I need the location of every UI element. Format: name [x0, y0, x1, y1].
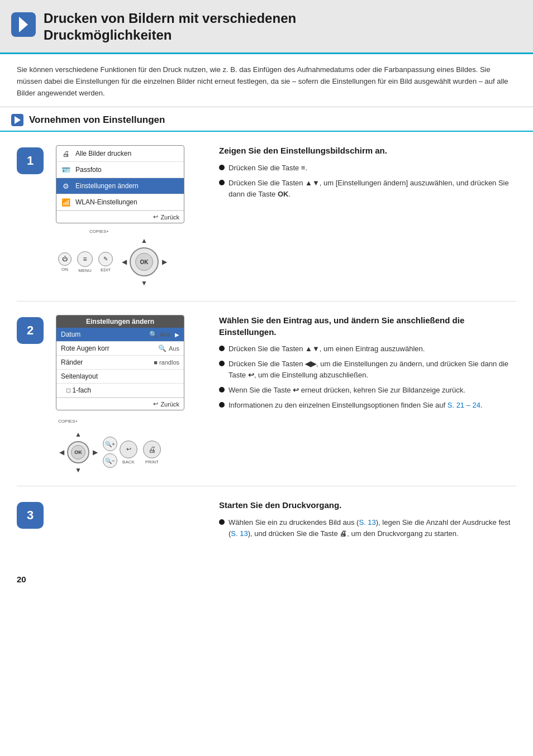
step-2-heading: Wählen Sie den Eintrag aus, und ändern S…: [219, 315, 516, 338]
back-arrow-icon: ↩: [153, 213, 158, 221]
nav-right-icon[interactable]: ▶: [159, 256, 170, 267]
step-2-screen: Einstellungen ändern Datum 🔍 Aus ▶ Rote …: [56, 315, 184, 410]
header-decorative-icon: [11, 12, 36, 37]
bullet-dot: [219, 165, 225, 170]
edit-button[interactable]: ✎: [98, 252, 113, 266]
step-2-bullet-4: Informationen zu den einzelnen Einstellu…: [219, 400, 516, 411]
step-3-badge: 3: [17, 502, 44, 529]
step-2-bullet-1: Drücken Sie die Tasten ▲▼, um einen Eint…: [219, 343, 516, 355]
back-btn-label: BACK: [122, 460, 135, 465]
step-1-bullets: Drücken Sie die Taste ≡. Drücken Sie die…: [219, 162, 516, 200]
step-2-diagram: Einstellungen ändern Datum 🔍 Aus ▶ Rote …: [56, 315, 207, 476]
screen-row-3-highlighted: ⚙ Einstellungen ändern: [56, 178, 184, 194]
bullet-dot: [219, 387, 225, 393]
screen-row-2: 🪪 Passfoto: [56, 162, 184, 178]
screen2-title-bar: Einstellungen ändern: [56, 315, 184, 328]
ok-button[interactable]: OK: [130, 247, 159, 276]
on-menu-row: ⏻ ON ≡ MENU ✎ EDIT ◀: [56, 235, 170, 289]
step-1-row: 1 🖨 Alle Bilder drucken 🪪 Passfoto ⚙ Ein…: [17, 132, 516, 302]
section-heading: Vornehmen von Einstellungen: [0, 107, 533, 132]
step-3-bullets: Wählen Sie ein zu druckendes Bild aus (S…: [219, 517, 516, 539]
on-button[interactable]: ⏻: [58, 252, 72, 266]
page-number: 20: [0, 570, 533, 591]
ok-label: OK: [135, 253, 153, 271]
step-3-row: 3 Starten Sie den Druckvorgang. Wählen S…: [17, 486, 516, 553]
print-button[interactable]: 🖨: [143, 441, 161, 458]
back-arrow-icon-2: ↩: [153, 400, 158, 408]
screen-row-2-label: Passfoto: [75, 166, 179, 174]
page-title: Drucken von Bildern mit verschiedenen Dr…: [44, 10, 296, 44]
menu-label: MENU: [78, 268, 92, 273]
step2-nav-up[interactable]: ▲: [73, 429, 84, 440]
step-1-bullet-1: Drücken Sie die Taste ≡.: [219, 162, 516, 174]
page-header: Drucken von Bildern mit verschiedenen Dr…: [0, 0, 533, 54]
bullet-dot: [219, 180, 225, 185]
screen2-row-rote: Rote Augen korr 🔍 Aus: [56, 342, 184, 356]
settings-icon: ⚙: [61, 181, 71, 191]
bullet-dot: [219, 519, 225, 525]
screen-back-row-2: ↩ Zurück: [56, 398, 184, 410]
step-1-diagram: 🖨 Alle Bilder drucken 🪪 Passfoto ⚙ Einst…: [56, 145, 207, 291]
step-2-row: 2 Einstellungen ändern Datum 🔍 Aus ▶ Rot…: [17, 302, 516, 486]
copies-plus-label-2: COPIES+: [58, 419, 78, 424]
step-1-buttons: COPIES+ ⏻ ON ≡ MENU ✎ EDIT: [56, 229, 207, 291]
step-2-bullet-2: Drücken Sie die Tasten ◀▶, um die Einste…: [219, 358, 516, 381]
zoom-out-button[interactable]: 🔍−: [103, 453, 117, 468]
screen2-row-seitenlayout: Seitenlayout: [56, 370, 184, 384]
step2-nav-row: ◀ ▲ OK ▼ ▶ 🔍+ 🔍−: [56, 429, 207, 476]
step2-nav-right[interactable]: ▶: [89, 447, 101, 458]
step2-nav-down[interactable]: ▼: [73, 465, 84, 476]
step2-nav-left[interactable]: ◀: [56, 447, 67, 458]
step-3-bullet-1: Wählen Sie ein zu druckendes Bild aus (S…: [219, 517, 516, 539]
screen-row-4: 📶 WLAN-Einstellungen: [56, 194, 184, 210]
menu-button[interactable]: ≡: [77, 251, 93, 267]
screen2-row-raender: Ränder ■ randlos: [56, 356, 184, 370]
section-title: Vornehmen von Einstellungen: [29, 114, 165, 126]
step2-ok-label: OK: [71, 445, 85, 460]
step2-ok-button[interactable]: OK: [67, 441, 89, 463]
bullet-dot: [219, 361, 225, 366]
screen-row-4-label: WLAN-Einstellungen: [75, 198, 179, 206]
step-2-bullet-3: Wenn Sie die Taste ↩ erneut drücken, keh…: [219, 385, 516, 396]
step-3-description: Starten Sie den Druckvorgang. Wählen Sie…: [219, 500, 516, 543]
step-1-description: Zeigen Sie den Einstellungsbildschirm an…: [219, 145, 516, 204]
wlan-icon: 📶: [61, 197, 71, 207]
screen-row-1-label: Alle Bilder drucken: [75, 150, 179, 157]
right-arrow-icon: ▶: [175, 332, 179, 338]
print-all-icon: 🖨: [61, 149, 71, 159]
back-button[interactable]: ↩: [120, 441, 137, 458]
passfoto-icon: 🪪: [61, 165, 71, 175]
on-label: ON: [61, 267, 68, 272]
nav-cluster-1: ◀ ▲ OK ▼ ▶: [118, 235, 170, 289]
nav-down-icon[interactable]: ▼: [139, 277, 150, 289]
steps-content: 1 🖨 Alle Bilder drucken 🪪 Passfoto ⚙ Ein…: [0, 132, 533, 570]
step-2-bullets: Drücken Sie die Tasten ▲▼, um einen Eint…: [219, 343, 516, 412]
edit-label: EDIT: [101, 267, 111, 272]
step-1-bullet-2: Drücken Sie die Tasten ▲▼, um [Einstellu…: [219, 178, 516, 200]
screen-row-1: 🖨 Alle Bilder drucken: [56, 146, 184, 162]
intro-paragraph: Sie können verschiedene Funktionen für d…: [0, 54, 533, 107]
step-1-screen: 🖨 Alle Bilder drucken 🪪 Passfoto ⚙ Einst…: [56, 145, 184, 223]
bullet-dot: [219, 402, 225, 408]
screen-back-row-1: ↩ Zurück: [56, 210, 184, 223]
step-2-badge: 2: [17, 317, 44, 344]
bullet-dot: [219, 346, 225, 351]
nav-left-icon[interactable]: ◀: [118, 256, 130, 267]
screen-row-3-label: Einstellungen ändern: [75, 182, 179, 190]
step-1-heading: Zeigen Sie den Einstellungsbildschirm an…: [219, 145, 516, 156]
screen2-row-1fach: □ 1-fach: [56, 384, 184, 398]
zoom-in-button[interactable]: 🔍+: [103, 437, 117, 451]
section-heading-icon: [11, 114, 23, 126]
step-3-heading: Starten Sie den Druckvorgang.: [219, 500, 516, 511]
print-btn-label: PRINT: [145, 460, 159, 465]
step-2-buttons: COPIES+ ◀ ▲ OK ▼ ▶: [56, 416, 207, 476]
screen2-row-datum: Datum 🔍 Aus ▶: [56, 328, 184, 342]
copies-plus-label: COPIES+: [89, 229, 109, 234]
nav-up-icon[interactable]: ▲: [139, 235, 150, 246]
step-1-badge: 1: [17, 147, 44, 174]
step-2-description: Wählen Sie den Eintrag aus, und ändern S…: [219, 315, 516, 415]
back-label-1: Zurück: [160, 214, 179, 221]
back-label-2: Zurück: [160, 401, 179, 408]
